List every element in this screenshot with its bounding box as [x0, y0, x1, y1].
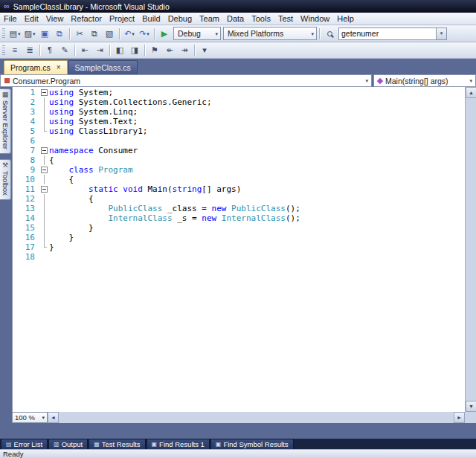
increase-indent-button[interactable]: ⇥	[93, 44, 106, 57]
next-bookmark-button[interactable]: ↠	[178, 44, 191, 57]
zoom-dropdown[interactable]: 100 % ▾	[12, 412, 48, 423]
toolbar-grip[interactable]	[2, 28, 5, 39]
collapse-region-icon[interactable]	[41, 186, 48, 193]
menu-item-debug[interactable]: Debug	[164, 13, 196, 25]
scroll-right-icon[interactable]: ►	[454, 412, 465, 423]
solution-platforms-dropdown[interactable]: Mixed Platforms ▾	[223, 27, 317, 40]
code-line: 1using System;	[13, 88, 465, 97]
display-quick-info-button[interactable]: ¶	[43, 44, 57, 57]
code-view: 1using System;2using System.Collections.…	[13, 87, 465, 262]
find-button[interactable]	[323, 27, 336, 40]
increase-indent-icon: ⇥	[96, 46, 103, 54]
types-dropdown[interactable]: Consumer.Program ▾	[0, 74, 372, 87]
toolbar-options-button[interactable]: ▾	[198, 44, 211, 57]
fold-line	[44, 175, 45, 184]
cut-icon: ✂	[76, 30, 83, 38]
fold-margin	[39, 136, 49, 146]
collapse-region-icon[interactable]	[41, 167, 48, 173]
line-number: 13	[13, 204, 39, 213]
start-debugging-button[interactable]: ▶	[158, 27, 171, 40]
undo-button[interactable]: ↶▾	[123, 27, 136, 40]
menu-item-team[interactable]: Team	[196, 13, 223, 25]
close-tab-icon[interactable]: ×	[57, 64, 61, 71]
save-all-button[interactable]: ⧉	[53, 27, 66, 40]
new-project-button[interactable]: ▤▾	[8, 27, 22, 40]
paste-button[interactable]: ▧	[103, 27, 116, 40]
code-line: 9 class Program	[13, 165, 465, 175]
panel-tab-test-results[interactable]: ▦Test Results	[89, 439, 145, 449]
menu-item-view[interactable]: View	[42, 13, 68, 25]
panel-tab-find-results-1[interactable]: ▣Find Results 1	[147, 439, 210, 449]
copy-button[interactable]: ⧉	[88, 27, 101, 40]
collapse-region-icon[interactable]	[41, 89, 48, 96]
code-text: class Program	[49, 165, 133, 175]
display-parameter-info-button[interactable]: ≣	[23, 44, 36, 57]
sidebar-tab-label: Server Explorer	[1, 100, 10, 149]
panel-tab-error-list[interactable]: ▤Error List	[1, 439, 48, 449]
find-symbol-results-icon: ▣	[216, 442, 222, 448]
fold-margin	[39, 97, 49, 107]
code-text: using System.Collections.Generic;	[49, 97, 212, 107]
standard-toolbar-buttons: ▤▾▨▾▣⧉✂⧉▧↶▾↷▾▶	[7, 27, 172, 40]
sidebar-tab-server-explorer[interactable]: ▦Server Explorer	[0, 88, 11, 154]
sidebar-tab-toolbox[interactable]: ⚒Toolbox	[0, 159, 11, 200]
dropdown-caret-icon: ▾	[215, 31, 218, 36]
panel-tab-output[interactable]: ▥Output	[48, 439, 88, 449]
line-number: 15	[13, 223, 39, 233]
menu-item-window[interactable]: Window	[297, 13, 333, 25]
dropdown-caret-icon: ▾	[469, 78, 474, 83]
dropdown-caret-icon: ▾	[132, 31, 135, 36]
code-text: using System.Text;	[49, 117, 138, 126]
redo-button[interactable]: ↷▾	[138, 27, 151, 40]
editor-vertical-scrollbar[interactable]: ▲ ▼	[465, 87, 476, 412]
previous-bookmark-button[interactable]: ↞	[163, 44, 176, 57]
code-line: 4using System.Text;	[13, 117, 465, 126]
save-button[interactable]: ▣	[38, 27, 51, 40]
toggle-bookmark-button[interactable]: ⚑	[148, 44, 161, 57]
vertical-scrollbar-track[interactable]	[466, 98, 476, 401]
code-line: 3using System.Linq;	[13, 107, 465, 117]
menu-item-test[interactable]: Test	[274, 13, 297, 25]
scroll-up-icon[interactable]: ▲	[466, 87, 476, 98]
members-dropdown[interactable]: Main(string[] args) ▾	[373, 74, 476, 87]
document-tab-strip: Program.cs×SampleClass.cs	[0, 59, 476, 74]
toolbar-grip[interactable]	[2, 45, 5, 56]
solution-configurations-dropdown[interactable]: Debug ▾	[173, 27, 221, 40]
panel-tab-find-symbol-results[interactable]: ▣Find Symbol Results	[210, 439, 294, 449]
code-line: 15 }	[13, 223, 465, 233]
menu-item-data[interactable]: Data	[223, 13, 248, 25]
comment-selection-button[interactable]: ◧	[113, 44, 126, 57]
horizontal-scrollbar-track[interactable]	[59, 412, 454, 423]
display-member-list-button[interactable]: ≡	[8, 44, 22, 57]
menu-item-refactor[interactable]: Refactor	[67, 13, 106, 25]
menu-item-help[interactable]: Help	[333, 13, 358, 25]
output-icon: ▥	[54, 442, 60, 448]
code-editor[interactable]: 1using System;2using System.Collections.…	[12, 87, 465, 412]
open-file-button[interactable]: ▨▾	[23, 27, 36, 40]
uncomment-selection-button[interactable]: ◨	[128, 44, 141, 57]
code-line: 16 }	[13, 233, 465, 242]
line-number: 17	[13, 242, 39, 252]
menu-item-tools[interactable]: Tools	[248, 13, 274, 25]
menu-item-file[interactable]: File	[0, 13, 21, 25]
save-icon: ▣	[41, 30, 48, 38]
menu-item-project[interactable]: Project	[106, 13, 138, 25]
document-tab-program-cs[interactable]: Program.cs×	[4, 60, 68, 74]
collapse-region-icon[interactable]	[41, 147, 48, 154]
scroll-left-icon[interactable]: ◄	[48, 412, 59, 423]
scrollbar-corner	[465, 412, 476, 423]
fold-margin	[39, 194, 49, 204]
menu-item-build[interactable]: Build	[138, 13, 164, 25]
document-tab-sampleclass-cs[interactable]: SampleClass.cs	[68, 60, 138, 74]
panel-tab-label: Find Results 1	[159, 440, 205, 448]
scroll-down-icon[interactable]: ▼	[466, 401, 476, 412]
find-dropdown-caret-icon[interactable]: ▾	[437, 28, 447, 40]
test-results-icon: ▦	[94, 442, 100, 448]
find-combo-input[interactable]	[338, 28, 437, 40]
display-word-completion-button[interactable]: ✎	[58, 44, 71, 57]
fold-margin	[39, 175, 49, 184]
menu-item-edit[interactable]: Edit	[21, 13, 42, 25]
decrease-indent-button[interactable]: ⇤	[78, 44, 91, 57]
cut-button[interactable]: ✂	[73, 27, 86, 40]
line-number: 7	[13, 146, 39, 155]
